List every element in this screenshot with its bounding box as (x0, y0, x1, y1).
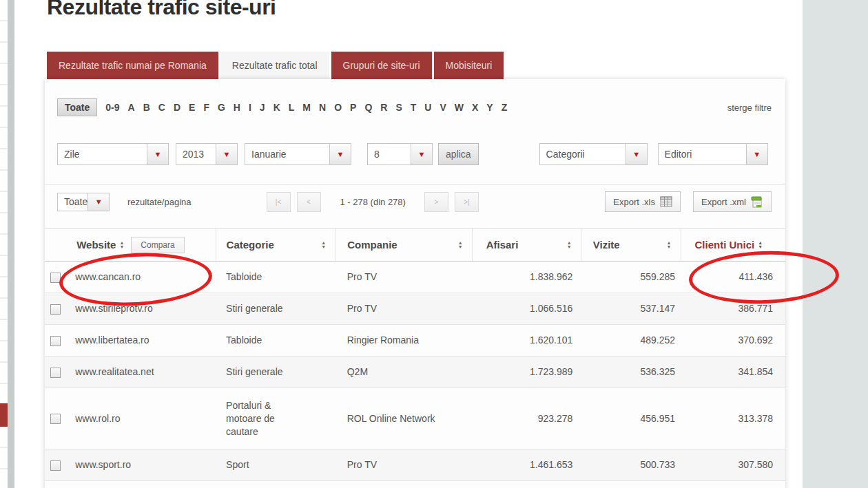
letter-filter-C[interactable]: C (158, 102, 165, 113)
period-type-select[interactable]: Zile ▼ (57, 143, 169, 165)
letter-filter-J[interactable]: J (260, 102, 265, 113)
row-categorie: Tabloide (216, 262, 335, 293)
row-checkbox[interactable] (50, 304, 61, 315)
letter-filter-S[interactable]: S (395, 102, 402, 113)
dropdown-arrow-icon[interactable]: ▼ (626, 144, 647, 165)
header-website-label[interactable]: Website (76, 239, 116, 251)
website-link[interactable]: www.sport.ro (75, 459, 131, 470)
period-type-value: Zile (58, 144, 147, 165)
letter-filter-Y[interactable]: Y (486, 102, 493, 113)
tab-mobisiteuri[interactable]: Mobisiteuri (434, 52, 504, 79)
website-link[interactable]: www.stirileprotv.ro (75, 303, 153, 314)
header-categorie-label[interactable]: Categorie (227, 239, 274, 251)
export-xls-button[interactable]: Export .xls (605, 191, 681, 212)
categories-select[interactable]: Categorii ▼ (539, 143, 648, 165)
apply-button[interactable]: aplica (438, 143, 479, 165)
website-link[interactable]: www.realitatea.net (75, 366, 154, 377)
categories-value: Categorii (540, 144, 626, 165)
table-row: www.libertatea.ro Tabloide Ringier Roman… (45, 325, 785, 357)
letter-filter-I[interactable]: I (249, 102, 251, 113)
row-checkbox[interactable] (50, 336, 61, 346)
letter-filter-N[interactable]: N (319, 102, 326, 113)
xml-document-icon (751, 196, 763, 208)
letter-filter-Q[interactable]: Q (364, 102, 372, 113)
row-afisari: 1.461.653 (472, 449, 581, 481)
row-vizite: 500.733 (581, 449, 681, 481)
first-page-button[interactable]: |< (267, 192, 291, 212)
sort-vizite-icon[interactable]: ▲▼ (667, 241, 672, 249)
letter-filter-E[interactable]: E (189, 102, 195, 113)
header-clienti-unici-label[interactable]: Clienti Unici (695, 239, 755, 251)
month-select[interactable]: Ianuarie ▼ (245, 143, 351, 165)
dropdown-arrow-icon[interactable]: ▼ (411, 144, 432, 165)
letter-filter-L[interactable]: L (289, 102, 295, 113)
letter-filter-H[interactable]: H (234, 102, 240, 113)
letter-filter-X[interactable]: X (472, 102, 478, 113)
letter-filter-F[interactable]: F (203, 102, 209, 113)
header-afisari: Afisari ▲▼ (472, 229, 581, 262)
dropdown-arrow-icon[interactable]: ▼ (87, 193, 109, 211)
dropdown-arrow-icon[interactable]: ▼ (147, 144, 168, 165)
row-checkbox[interactable] (50, 414, 61, 424)
letter-filter-D[interactable]: D (174, 102, 180, 113)
header-vizite-label[interactable]: Vizite (593, 239, 620, 251)
prev-page-button[interactable]: < (297, 192, 321, 212)
last-page-button[interactable]: >| (455, 192, 479, 212)
letter-filter-K[interactable]: K (273, 102, 280, 113)
row-categorie: Stiri generale (216, 293, 335, 325)
publishers-select[interactable]: Editori ▼ (658, 143, 768, 165)
website-link[interactable]: www.rol.ro (75, 413, 120, 424)
letter-filter-A[interactable]: A (128, 102, 135, 113)
export-xml-button[interactable]: Export .xml (693, 191, 772, 212)
sort-clienti-icon[interactable]: ▲▼ (758, 241, 763, 249)
letter-filter-M[interactable]: M (302, 102, 311, 113)
letter-filter-B[interactable]: B (143, 102, 150, 113)
row-vizite: 537.147 (581, 293, 681, 325)
clear-filters-link[interactable]: sterge filtre (727, 103, 772, 113)
website-link[interactable]: www.libertatea.ro (75, 335, 149, 346)
year-select[interactable]: 2013 ▼ (176, 143, 238, 165)
header-website: Website ▲▼ Compara (70, 229, 216, 262)
tab-rezultate-total[interactable]: Rezultate trafic total (220, 52, 329, 79)
dropdown-arrow-icon[interactable]: ▼ (746, 144, 767, 165)
letter-filter-0-9[interactable]: 0-9 (105, 102, 119, 113)
dropdown-arrow-icon[interactable]: ▼ (329, 144, 351, 165)
letter-filter-U[interactable]: U (424, 102, 431, 113)
letter-filter-T[interactable]: T (411, 102, 417, 113)
tab-bar: Rezultate trafic numai pe Romania Rezult… (47, 52, 504, 79)
letter-filter-P[interactable]: P (350, 102, 356, 113)
next-page-button[interactable]: > (424, 192, 448, 212)
background-right-gray-panel (803, 0, 868, 488)
table-row: www.rol.ro Portaluri & motoare de cautar… (45, 388, 785, 449)
letter-filter-G[interactable]: G (218, 102, 225, 113)
row-companie: Pro TV (335, 449, 472, 481)
sort-website-icon[interactable]: ▲▼ (119, 241, 124, 249)
publishers-value: Editori (659, 144, 746, 165)
letter-filter-W[interactable]: W (455, 102, 464, 113)
letter-filter-Z[interactable]: Z (502, 102, 508, 113)
row-checkbox[interactable] (50, 368, 61, 378)
letter-filter-all-button[interactable]: Toate (57, 98, 97, 116)
row-companie: Q2M (335, 357, 472, 388)
tab-grupuri-site-uri[interactable]: Grupuri de site-uri (331, 52, 432, 79)
tab-rezultate-romania[interactable]: Rezultate trafic numai pe Romania (47, 52, 218, 79)
row-checkbox[interactable] (50, 460, 61, 471)
compara-button[interactable]: Compara (131, 237, 184, 253)
row-afisari: 1.838.962 (472, 262, 581, 293)
sort-companie-icon[interactable]: ▲▼ (458, 241, 463, 249)
website-link[interactable]: www.cancan.ro (75, 271, 141, 282)
dropdown-arrow-icon[interactable]: ▼ (216, 144, 237, 165)
day-select[interactable]: 8 ▼ (367, 143, 433, 165)
sort-afisari-icon[interactable]: ▲▼ (567, 241, 572, 249)
letter-filter-V[interactable]: V (440, 102, 446, 113)
letter-filter-O[interactable]: O (334, 102, 342, 113)
header-afisari-label[interactable]: Afisari (486, 239, 519, 251)
row-clienti: 341.854 (681, 357, 785, 388)
export-buttons: Export .xls Export .xml (592, 191, 772, 212)
row-checkbox[interactable] (50, 273, 61, 283)
sort-categorie-icon[interactable]: ▲▼ (321, 241, 326, 249)
filter-row: Zile ▼ 2013 ▼ Ianuarie ▼ 8 ▼ aplica Cate… (57, 142, 772, 166)
header-companie-label[interactable]: Companie (347, 239, 397, 251)
letter-filter-R[interactable]: R (380, 102, 387, 113)
per-page-select[interactable]: Toate ▼ (57, 193, 110, 211)
